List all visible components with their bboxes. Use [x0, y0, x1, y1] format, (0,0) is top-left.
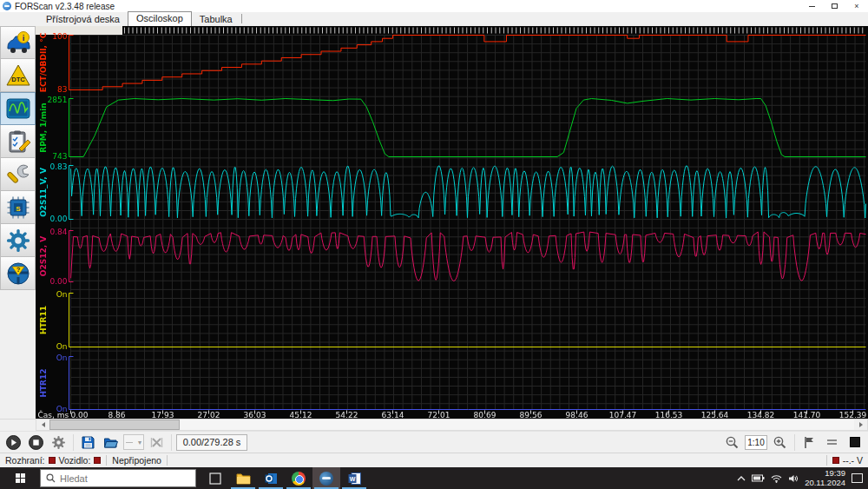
close-icon: × [854, 3, 858, 10]
wifi-icon[interactable] [771, 474, 782, 483]
file-explorer-button[interactable] [229, 467, 257, 489]
stop-icon [29, 435, 43, 450]
oscilloscope-icon [5, 96, 31, 122]
save-record-button[interactable] [78, 433, 98, 452]
delete-marker-button[interactable] [147, 433, 167, 452]
sidebar-item-service[interactable] [0, 158, 36, 191]
title-bar: FORScan v2.3.48 release × [0, 0, 868, 12]
start-button[interactable] [0, 467, 40, 489]
toolbar-divider [73, 434, 74, 451]
zoom-in-button[interactable] [770, 433, 790, 452]
sidebar-item-dtc[interactable]: DTC [0, 59, 36, 92]
main-area: i DTC [0, 26, 868, 419]
open-folder-icon [103, 435, 118, 450]
scrollbar-spacer [0, 419, 36, 431]
minimize-button[interactable] [800, 0, 823, 12]
interface-label: Rozhraní: [5, 455, 45, 466]
search-icon [46, 473, 56, 483]
dropdown-value-placeholder [126, 442, 133, 443]
play-icon [6, 435, 21, 450]
taskbar-search[interactable] [40, 469, 196, 487]
scope-toolbar: ▾ 0.00/279.28 s 1:10 [0, 431, 868, 453]
scrollbar-thumb[interactable] [49, 420, 180, 430]
wrench-icon [5, 162, 31, 188]
scroll-right-icon [859, 422, 863, 427]
test-checklist-icon [5, 129, 31, 155]
volume-icon[interactable] [788, 474, 799, 483]
forscan-app-icon [3, 2, 11, 10]
oscilloscope-canvas[interactable] [36, 26, 868, 419]
steering-wheel-help-icon: ? [5, 261, 31, 287]
svg-text:?: ? [16, 265, 20, 273]
hidden-icons-chevron[interactable] [737, 476, 746, 481]
tab-tabulka[interactable]: Tabulka [192, 13, 240, 26]
task-view-icon [209, 472, 221, 485]
zoom-ratio-display: 1:10 [745, 435, 767, 450]
outlook-button[interactable] [257, 467, 285, 489]
open-record-button[interactable] [101, 433, 121, 452]
task-view-button[interactable] [201, 467, 229, 489]
scrollbar-row [0, 419, 868, 431]
close-button[interactable]: × [845, 0, 868, 12]
marker-select-dropdown[interactable]: ▾ [123, 434, 144, 450]
outlook-icon [265, 472, 278, 485]
sidebar-item-settings[interactable] [0, 224, 36, 257]
svg-text:S: S [16, 204, 21, 212]
tab-osciloskop[interactable]: Osciloskop [128, 11, 192, 26]
grid-style-button[interactable] [822, 433, 842, 452]
zoom-out-button[interactable] [722, 433, 742, 452]
taskbar-apps: W [201, 467, 368, 489]
tab-bar: Přístrojová deska Osciloskop Tabulka [0, 12, 868, 26]
sidebar-item-help[interactable]: ? [0, 257, 36, 290]
chrome-icon [292, 472, 306, 486]
status-bar: Rozhraní: Vozidlo: Nepřipojeno --.- V [0, 453, 868, 467]
save-icon [81, 435, 95, 450]
action-center-button[interactable] [852, 473, 863, 483]
scroll-right-button[interactable] [854, 420, 867, 430]
taskbar-clock[interactable]: 19:39 20.11.2024 [805, 469, 845, 488]
chrome-button[interactable] [285, 467, 312, 489]
battery-voltage-panel: --.- V [827, 453, 868, 467]
window-controls: × [800, 0, 868, 12]
svg-text:W: W [349, 475, 355, 481]
background-color-button[interactable] [845, 433, 865, 452]
voltage-status-led [832, 457, 839, 464]
horizontal-scrollbar[interactable] [36, 419, 868, 431]
restore-icon [832, 3, 838, 9]
tab-divider [241, 14, 242, 23]
magnifier-plus-icon [773, 435, 787, 450]
delete-x-icon [149, 435, 164, 450]
word-button[interactable]: W [340, 467, 368, 489]
scrollbar-track[interactable] [180, 420, 854, 430]
windows-logo-icon [16, 473, 25, 483]
sidebar-item-tests[interactable] [0, 125, 36, 158]
black-square-icon [850, 437, 860, 447]
tab-pristrojova-deska[interactable]: Přístrojová deska [38, 13, 128, 26]
sidebar: i DTC [0, 26, 36, 419]
play-button[interactable] [3, 433, 23, 452]
forscan-taskbar-button[interactable] [312, 467, 340, 489]
sidebar-item-programming[interactable]: S [0, 191, 36, 224]
vehicle-label: Vozidlo: [59, 455, 91, 466]
battery-icon[interactable] [752, 474, 765, 482]
sidebar-item-oscilloscope[interactable] [0, 92, 36, 125]
search-input[interactable] [60, 473, 173, 484]
zoom-controls: 1:10 [722, 433, 868, 452]
scope-settings-button[interactable] [49, 433, 69, 452]
time-position-display: 0.00/279.28 s [176, 434, 247, 451]
restore-button[interactable] [823, 0, 845, 12]
lines-icon [827, 439, 837, 445]
gear-small-icon [51, 435, 66, 450]
marker-mode-button[interactable] [799, 433, 819, 452]
toolbar-divider [171, 434, 172, 451]
svg-text:DTC: DTC [11, 76, 25, 83]
sidebar-item-vehicle-info[interactable]: i [0, 26, 36, 59]
interface-status-led [49, 457, 56, 464]
stop-button[interactable] [26, 433, 46, 452]
scroll-left-button[interactable] [36, 420, 49, 430]
windows-taskbar: W 19:39 20.11.2024 [0, 467, 868, 489]
oscilloscope-panel [36, 26, 868, 419]
gear-icon [5, 228, 31, 254]
forscan-window: FORScan v2.3.48 release × Přístrojová de… [0, 0, 868, 489]
minimize-icon [809, 6, 815, 7]
